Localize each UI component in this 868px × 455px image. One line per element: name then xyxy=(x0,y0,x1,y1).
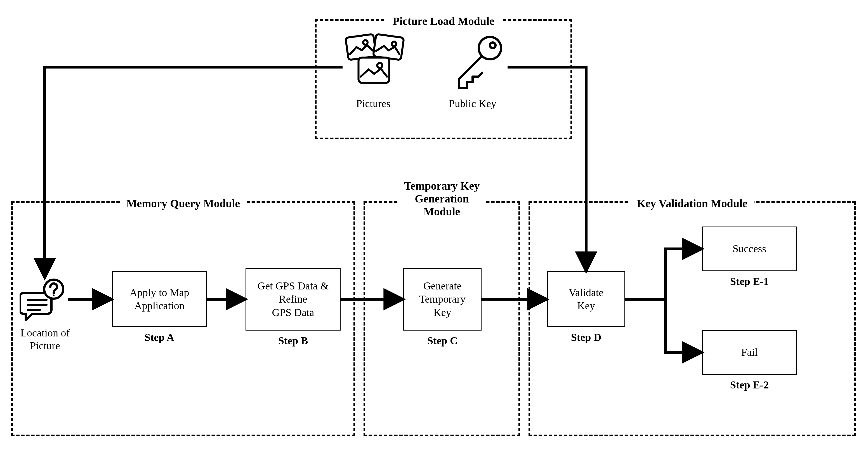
step-a-box: Apply to Map Application xyxy=(112,271,207,327)
pictures-caption: Pictures xyxy=(344,97,403,110)
step-e1-label: Step E-1 xyxy=(702,275,797,287)
public-key-caption: Public Key xyxy=(436,97,509,110)
module-title-wrap: Picture Load Module xyxy=(316,14,570,28)
key-icon xyxy=(445,31,509,95)
location-caption: Location of Picture xyxy=(13,327,77,352)
step-a-label: Step A xyxy=(112,331,207,343)
svg-rect-0 xyxy=(346,34,376,60)
module-title-wrap: Temporary Key Generation Module xyxy=(365,180,519,218)
step-d-label: Step D xyxy=(547,331,625,343)
memory-query-title: Memory Query Module xyxy=(120,197,247,210)
step-e1-box: Success xyxy=(702,226,797,271)
step-e2-box: Fail xyxy=(702,330,797,375)
picture-load-title: Picture Load Module xyxy=(386,15,501,28)
pictures-icon xyxy=(341,31,405,95)
module-title-wrap: Memory Query Module xyxy=(13,197,353,210)
step-b-box: Get GPS Data & Refine GPS Data xyxy=(246,268,341,331)
svg-rect-4 xyxy=(359,58,389,83)
svg-point-7 xyxy=(490,42,496,48)
step-d-box: Validate Key xyxy=(547,271,625,327)
question-chat-icon xyxy=(20,277,67,325)
step-c-box: Generate Temporary Key xyxy=(403,268,482,331)
svg-rect-2 xyxy=(373,34,404,60)
temp-key-title: Temporary Key Generation Module xyxy=(397,180,487,218)
module-title-wrap: Key Validation Module xyxy=(530,197,854,210)
step-e2-label: Step E-2 xyxy=(702,378,797,391)
key-validation-title: Key Validation Module xyxy=(630,197,754,210)
step-c-label: Step C xyxy=(403,334,482,347)
step-b-label: Step B xyxy=(246,334,341,347)
svg-point-12 xyxy=(53,295,55,296)
